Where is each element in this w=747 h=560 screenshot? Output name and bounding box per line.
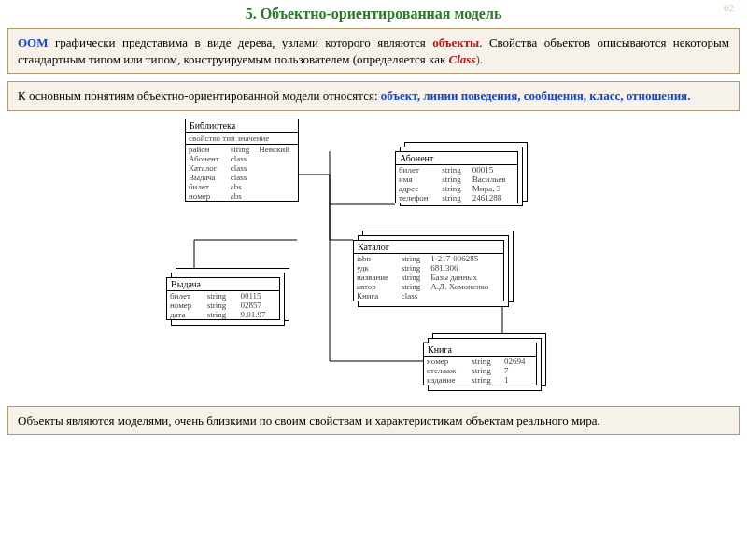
table-row: изданиеstring1 [424, 375, 536, 385]
concepts-box: К основным понятиям объектно-ориентирова… [7, 81, 740, 111]
objects-term: объекты [432, 35, 479, 49]
class-title: Выдача [167, 278, 279, 291]
table-row: адресstringМира, 3 [396, 184, 517, 193]
class-book: Книга номерstring02694 стеллажstring7 из… [423, 343, 537, 385]
class-term: Class [448, 52, 475, 66]
class-issue: Выдача билетstring00115 номерstring02857… [166, 277, 280, 320]
class-library: Библиотека свойство тип значение районst… [185, 119, 299, 202]
cols: свойство тип значение [186, 133, 298, 145]
attr-table: номерstring02694 стеллажstring7 изданиеs… [424, 357, 536, 385]
intro-box: ООМ графически представима в виде дерева… [7, 28, 740, 74]
class-title: Каталог [354, 241, 503, 254]
txt: графически представима в виде дерева, уз… [49, 35, 433, 49]
table-row: Абонентclass [186, 154, 298, 163]
uml-diagram: Библиотека свойство тип значение районst… [7, 119, 740, 399]
table-row: Каталогclass [186, 163, 298, 173]
footer-box: Объекты являются моделями, очень близким… [7, 406, 740, 436]
table-row: названиеstringБазы данных [354, 273, 503, 282]
class-title: Абонент [396, 152, 517, 165]
table-row: телефонstring2461288 [396, 193, 517, 203]
attr-table: районstringНевский Абонентclass Каталогc… [186, 145, 298, 201]
table-row: номерstring02694 [424, 357, 536, 366]
table-row: номерabs [186, 191, 298, 201]
table-row: удкstring681.306 [354, 263, 503, 273]
table-row: имяstringВасильев [396, 175, 517, 184]
table-row: Выдачаclass [186, 173, 298, 182]
concepts-list: объект, линии поведения, сообщения, клас… [381, 89, 691, 103]
table-row: датаstring9.01.97 [167, 310, 279, 319]
table-row: билетabs [186, 182, 298, 191]
table-row: районstringНевский [186, 145, 298, 154]
attr-table: билетstring00115 номерstring02857 датаst… [167, 291, 279, 319]
class-title: Библиотека [186, 119, 298, 133]
page-title: 5. Объектно-ориентированная модель [7, 6, 740, 22]
table-row: isbnstring1-217-006285 [354, 254, 503, 263]
class-title: Книга [424, 343, 536, 357]
table-row: Книгаclass [354, 291, 503, 301]
slide: 62 5. Объектно-ориентированная модель ОО… [0, 0, 747, 446]
table-row: билетstring00015 [396, 165, 517, 175]
table-row: номерstring02857 [167, 301, 279, 310]
oom-term: ООМ [18, 35, 49, 49]
attr-table: isbnstring1-217-006285 удкstring681.306 … [354, 254, 503, 301]
table-row: стеллажstring7 [424, 366, 536, 375]
txt: ). [475, 52, 483, 66]
table-row: авторstringА.Д. Хомоненко [354, 282, 503, 291]
class-catalog: Каталог isbnstring1-217-006285 удкstring… [353, 240, 504, 301]
attr-table: билетstring00015 имяstringВасильев адрес… [396, 165, 517, 203]
class-abonent: Абонент билетstring00015 имяstringВасиль… [395, 151, 518, 203]
table-row: билетstring00115 [167, 291, 279, 301]
page-number: 62 [724, 2, 734, 13]
txt: К основным понятиям объектно-ориентирова… [18, 89, 381, 103]
